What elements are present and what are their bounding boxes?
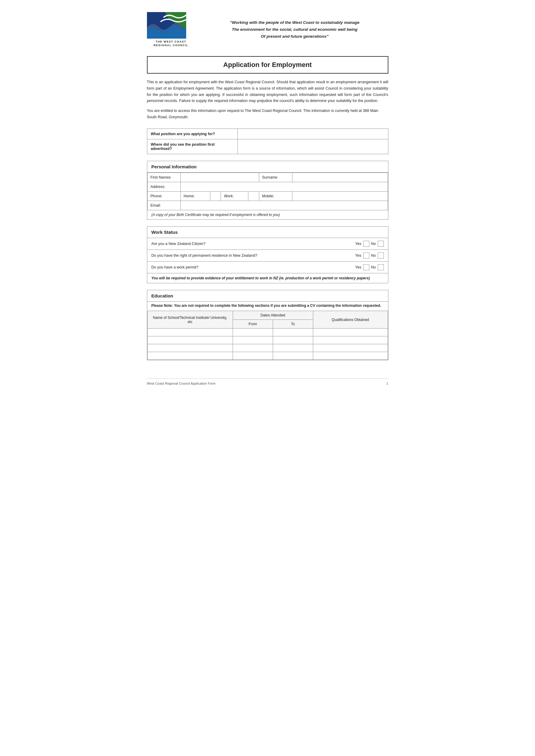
yes-no-group-0: Yes No (355, 241, 383, 247)
phone-home-cell: Home: Work: (181, 192, 259, 201)
edu-institution-0[interactable] (147, 329, 233, 337)
name-row: First Names Surname (147, 173, 388, 182)
page-header: THE WEST COAST REGIONAL COUNCIL “Working… (147, 12, 388, 47)
edu-from-0[interactable] (233, 329, 273, 337)
birth-notice: (A copy of your Birth Certificate may be… (147, 210, 388, 219)
yes-box-0[interactable] (363, 241, 369, 247)
address-row: Address: (147, 182, 388, 192)
edu-qualifications-header: Qualifications Obtained (313, 311, 388, 329)
yes-box-2[interactable] (363, 264, 369, 270)
tagline: “Working with the people of the West Coa… (195, 19, 388, 40)
no-label-2: No (371, 265, 376, 269)
position-label-2: Where did you see the position first adv… (147, 139, 238, 154)
yes-label-1: Yes (355, 254, 361, 257)
edu-from-header: From (233, 320, 273, 329)
work-status-row-1: Do you have the right of permanent resid… (147, 250, 388, 261)
work-status-row-2: Do you have a work permit? Yes No (147, 261, 388, 273)
email-row: Email: (147, 201, 388, 210)
address-label: Address: (147, 182, 181, 192)
no-box-2[interactable] (378, 264, 384, 270)
edu-row-0 (147, 329, 388, 337)
mobile-label: Mobile: (259, 192, 292, 201)
personal-info-table: First Names Surname Address: Phone: Home… (147, 173, 388, 210)
footer-right: 1 (386, 382, 388, 385)
logo-text: THE WEST COAST REGIONAL COUNCIL (147, 40, 195, 47)
work-status-question-0: Are you a New Zealand Citizen? (152, 242, 355, 246)
edu-qualifications-3[interactable] (313, 352, 388, 360)
edu-institution-3[interactable] (147, 352, 233, 360)
position-row-2: Where did you see the position first adv… (147, 139, 388, 154)
yes-no-group-1: Yes No (355, 253, 383, 258)
edu-from-3[interactable] (233, 352, 273, 360)
surname-label: Surname (259, 173, 292, 182)
yes-label-0: Yes (355, 242, 361, 246)
first-names-value[interactable] (181, 173, 259, 182)
position-answer-2[interactable] (238, 139, 388, 154)
page-title-box: Application for Employment (147, 56, 388, 74)
phone-row: Phone: Home: Work: Mobile: (147, 192, 388, 201)
edu-qualifications-1[interactable] (313, 337, 388, 344)
intro-para2: You are entitled to access this informat… (147, 108, 388, 120)
work-label: Work: (221, 192, 248, 201)
position-section: What position are you applying for? Wher… (147, 128, 388, 154)
edu-from-2[interactable] (233, 344, 273, 352)
work-status-question-2: Do you have a work permit? (152, 265, 355, 269)
edu-to-3[interactable] (273, 352, 313, 360)
edu-qualifications-0[interactable] (313, 329, 388, 337)
phone-subtable: Home: Work: (181, 192, 259, 201)
education-table: Name of School/Technical Institute/ Univ… (147, 311, 388, 360)
edu-institution-1[interactable] (147, 337, 233, 344)
page-footer: West Coast Regional Council Application … (147, 378, 388, 385)
position-row-1: What position are you applying for? (147, 129, 388, 139)
edu-qualifications-2[interactable] (313, 344, 388, 352)
no-box-1[interactable] (378, 253, 384, 258)
education-title: Education (147, 290, 388, 302)
first-names-label: First Names (147, 173, 181, 182)
footer-left: West Coast Regional Council Application … (147, 382, 216, 385)
work-status-section: Work Status Are you a New Zealand Citize… (147, 226, 388, 283)
logo-area: THE WEST COAST REGIONAL COUNCIL (147, 12, 195, 47)
edu-to-1[interactable] (273, 337, 313, 344)
page-title: Application for Employment (151, 61, 385, 69)
phone-label: Phone: (147, 192, 181, 201)
work-status-notice-text: You will be required to provide evidence… (152, 276, 370, 280)
edu-row-3 (147, 352, 388, 360)
edu-institution-header: Name of School/Technical Institute/ Univ… (147, 311, 233, 329)
yes-no-group-2: Yes No (355, 264, 383, 270)
edu-from-1[interactable] (233, 337, 273, 344)
intro-para1: This is an application for employment wi… (147, 79, 388, 104)
work-status-row-0: Are you a New Zealand Citizen? Yes No (147, 238, 388, 250)
yes-box-1[interactable] (363, 253, 369, 258)
edu-to-header: To (273, 320, 313, 329)
position-answer-1[interactable] (238, 129, 388, 139)
mobile-value[interactable] (292, 192, 388, 201)
education-section: Education Please Note: You are not requi… (147, 290, 388, 360)
edu-header-row: Name of School/Technical Institute/ Univ… (147, 311, 388, 320)
no-label-1: No (371, 254, 376, 257)
edu-to-0[interactable] (273, 329, 313, 337)
education-note: Please Note: You are not required to com… (147, 302, 388, 311)
edu-row-2 (147, 344, 388, 352)
edu-row-1 (147, 337, 388, 344)
edu-institution-2[interactable] (147, 344, 233, 352)
position-label-1: What position are you applying for? (147, 129, 238, 139)
work-value[interactable] (248, 192, 259, 201)
work-status-question-1: Do you have the right of permanent resid… (152, 254, 355, 257)
no-box-0[interactable] (378, 241, 384, 247)
surname-value[interactable] (292, 173, 388, 182)
no-label-0: No (371, 242, 376, 246)
home-value[interactable] (210, 192, 221, 201)
personal-info-section: Personal Information First Names Surname… (147, 161, 388, 220)
yes-label-2: Yes (355, 265, 361, 269)
personal-info-title: Personal Information (147, 161, 388, 173)
work-status-notice: You will be required to provide evidence… (147, 273, 388, 283)
email-label: Email: (147, 201, 181, 210)
edu-to-2[interactable] (273, 344, 313, 352)
home-label: Home: (181, 192, 210, 201)
address-value[interactable] (181, 182, 388, 192)
work-status-title: Work Status (147, 227, 388, 238)
email-value[interactable] (181, 201, 388, 210)
logo-image (147, 12, 186, 39)
edu-dates-header: Dates Attended (233, 311, 313, 320)
